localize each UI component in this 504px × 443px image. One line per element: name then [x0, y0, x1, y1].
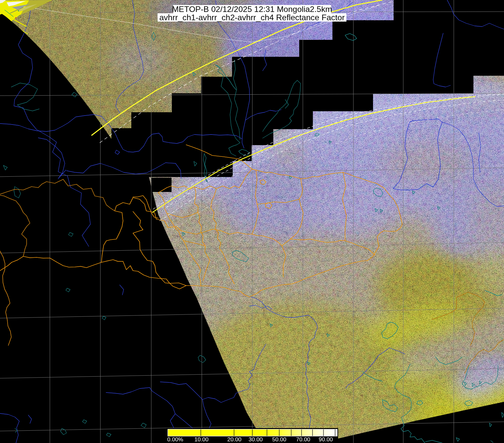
- svg-text:10.00: 10.00: [194, 436, 209, 443]
- svg-text:20.00: 20.00: [227, 436, 242, 443]
- svg-text:70.00: 70.00: [296, 436, 311, 443]
- svg-text:30.00: 30.00: [249, 436, 263, 443]
- svg-text:90.00: 90.00: [319, 436, 333, 443]
- svg-text:METOP-B 02/12/2025 12:31 Mongo: METOP-B 02/12/2025 12:31 Mongolia2.5km: [172, 5, 332, 14]
- svg-text:50.00: 50.00: [272, 436, 287, 443]
- svg-text:avhrr_ch1-avhrr_ch2-avhrr_ch4: avhrr_ch1-avhrr_ch2-avhrr_ch4 Reflectanc…: [159, 13, 345, 22]
- svg-text:0.00%: 0.00%: [167, 436, 183, 443]
